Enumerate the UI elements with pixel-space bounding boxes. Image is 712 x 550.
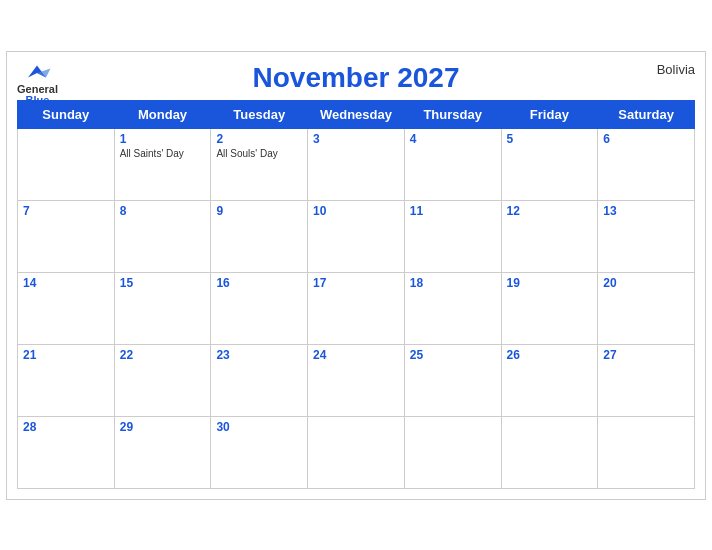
calendar-day-cell: 4 — [404, 128, 501, 200]
day-number: 1 — [120, 132, 206, 146]
calendar-day-cell: 24 — [308, 344, 405, 416]
calendar-body: 1All Saints' Day2All Souls' Day345678910… — [18, 128, 695, 488]
calendar-day-cell: 8 — [114, 200, 211, 272]
day-number: 28 — [23, 420, 109, 434]
day-number: 12 — [507, 204, 593, 218]
calendar-day-cell: 27 — [598, 344, 695, 416]
calendar-week-row: 21222324252627 — [18, 344, 695, 416]
header-wednesday: Wednesday — [308, 100, 405, 128]
day-number: 27 — [603, 348, 689, 362]
calendar-week-row: 1All Saints' Day2All Souls' Day3456 — [18, 128, 695, 200]
header-friday: Friday — [501, 100, 598, 128]
header-tuesday: Tuesday — [211, 100, 308, 128]
calendar-container: General Blue November 2027 Bolivia Sunda… — [6, 51, 706, 500]
holiday-label: All Saints' Day — [120, 148, 206, 159]
calendar-week-row: 282930 — [18, 416, 695, 488]
calendar-day-cell: 16 — [211, 272, 308, 344]
day-number: 6 — [603, 132, 689, 146]
logo-general-text: General — [17, 84, 58, 95]
calendar-day-cell: 12 — [501, 200, 598, 272]
day-number: 4 — [410, 132, 496, 146]
weekday-header-row: Sunday Monday Tuesday Wednesday Thursday… — [18, 100, 695, 128]
month-year-title: November 2027 — [252, 62, 459, 94]
day-number: 22 — [120, 348, 206, 362]
calendar-day-cell: 11 — [404, 200, 501, 272]
calendar-day-cell — [18, 128, 115, 200]
calendar-day-cell: 23 — [211, 344, 308, 416]
calendar-day-cell: 2All Souls' Day — [211, 128, 308, 200]
day-number: 24 — [313, 348, 399, 362]
calendar-day-cell: 10 — [308, 200, 405, 272]
day-number: 16 — [216, 276, 302, 290]
calendar-day-cell: 29 — [114, 416, 211, 488]
calendar-day-cell: 3 — [308, 128, 405, 200]
day-number: 3 — [313, 132, 399, 146]
calendar-table: Sunday Monday Tuesday Wednesday Thursday… — [17, 100, 695, 489]
day-number: 15 — [120, 276, 206, 290]
day-number: 5 — [507, 132, 593, 146]
calendar-day-cell — [404, 416, 501, 488]
calendar-day-cell — [598, 416, 695, 488]
day-number: 14 — [23, 276, 109, 290]
calendar-day-cell: 20 — [598, 272, 695, 344]
calendar-day-cell: 14 — [18, 272, 115, 344]
calendar-day-cell: 26 — [501, 344, 598, 416]
calendar-day-cell: 28 — [18, 416, 115, 488]
day-number: 21 — [23, 348, 109, 362]
calendar-week-row: 78910111213 — [18, 200, 695, 272]
header-thursday: Thursday — [404, 100, 501, 128]
calendar-day-cell: 21 — [18, 344, 115, 416]
calendar-day-cell — [501, 416, 598, 488]
calendar-week-row: 14151617181920 — [18, 272, 695, 344]
header-monday: Monday — [114, 100, 211, 128]
calendar-day-cell: 17 — [308, 272, 405, 344]
day-number: 8 — [120, 204, 206, 218]
day-number: 25 — [410, 348, 496, 362]
day-number: 20 — [603, 276, 689, 290]
holiday-label: All Souls' Day — [216, 148, 302, 159]
day-number: 30 — [216, 420, 302, 434]
calendar-day-cell: 25 — [404, 344, 501, 416]
day-number: 18 — [410, 276, 496, 290]
calendar-day-cell — [308, 416, 405, 488]
header-saturday: Saturday — [598, 100, 695, 128]
calendar-header: General Blue November 2027 Bolivia — [17, 62, 695, 94]
calendar-day-cell: 9 — [211, 200, 308, 272]
day-number: 13 — [603, 204, 689, 218]
calendar-day-cell: 13 — [598, 200, 695, 272]
logo-area: General Blue — [17, 62, 58, 106]
calendar-day-cell: 19 — [501, 272, 598, 344]
calendar-day-cell: 7 — [18, 200, 115, 272]
calendar-day-cell: 6 — [598, 128, 695, 200]
day-number: 2 — [216, 132, 302, 146]
day-number: 11 — [410, 204, 496, 218]
day-number: 7 — [23, 204, 109, 218]
day-number: 10 — [313, 204, 399, 218]
logo-blue-text: Blue — [26, 95, 50, 106]
day-number: 19 — [507, 276, 593, 290]
calendar-day-cell: 18 — [404, 272, 501, 344]
calendar-day-cell: 22 — [114, 344, 211, 416]
logo-bird-icon — [22, 62, 52, 84]
calendar-day-cell: 30 — [211, 416, 308, 488]
calendar-day-cell: 5 — [501, 128, 598, 200]
calendar-day-cell: 1All Saints' Day — [114, 128, 211, 200]
day-number: 9 — [216, 204, 302, 218]
country-label: Bolivia — [657, 62, 695, 77]
day-number: 26 — [507, 348, 593, 362]
day-number: 29 — [120, 420, 206, 434]
calendar-day-cell: 15 — [114, 272, 211, 344]
day-number: 23 — [216, 348, 302, 362]
day-number: 17 — [313, 276, 399, 290]
